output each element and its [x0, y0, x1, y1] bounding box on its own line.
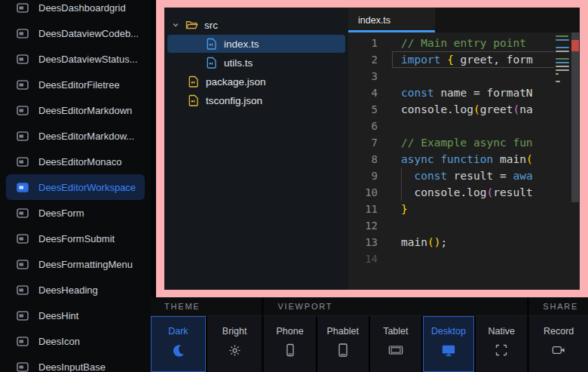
sidebar-item-deesinputbase[interactable]: DeesInputBase: [6, 354, 145, 372]
sidebar-item-deeseditorfiletree[interactable]: DeesEditorFiletree: [6, 72, 145, 97]
code-text: import { greet, form: [392, 51, 580, 68]
sidebar-item-deesformsubmit[interactable]: DeesFormSubmit: [6, 226, 145, 251]
token-plain: na: [519, 103, 532, 115]
story-icon: [17, 337, 29, 346]
sidebar-item-deesformattingmenu[interactable]: DeesFormattingMenu: [6, 251, 145, 277]
token-b1: (: [526, 153, 533, 165]
story-icon: [17, 157, 29, 167]
sidebar-item-label: DeesDataviewStatus...: [38, 54, 138, 65]
sidebar-item-deeseditorworkspace[interactable]: DeesEditorWorkspace: [6, 174, 145, 200]
scrollbar-thumb[interactable]: [571, 32, 579, 202]
moon-icon: [170, 343, 185, 358]
code-line-8[interactable]: 8async function main(: [348, 151, 580, 168]
code-line-9[interactable]: 9 const result = awa: [348, 168, 580, 184]
token-plain: [401, 170, 414, 182]
token-plain: greet: [480, 103, 513, 115]
sidebar-item-label: DeesHeading: [38, 284, 98, 296]
editor-scrollbar[interactable]: [571, 32, 580, 290]
line-number: 13: [348, 234, 392, 251]
button-label: Desktop: [431, 326, 466, 337]
story-icon: [17, 208, 29, 218]
token-plain: main: [401, 236, 427, 248]
sidebar-item-deeseditormarkdow[interactable]: DeesEditorMarkdow...: [6, 123, 145, 149]
code-line-11[interactable]: 11}: [348, 201, 580, 217]
native-button[interactable]: Native: [476, 316, 527, 372]
phablet-button[interactable]: Phablet: [317, 316, 369, 372]
sidebar-item-deeseditormarkdown[interactable]: DeesEditorMarkdown: [6, 97, 145, 123]
code-line-7[interactable]: 7// Example async fun: [348, 134, 580, 151]
minimap-line: [556, 66, 569, 67]
toolbar-section-title: SHARE: [529, 302, 578, 311]
code-line-13[interactable]: 13main();: [348, 234, 580, 251]
line-number: 10: [348, 184, 392, 201]
code-line-2[interactable]: 2import { greet, form: [348, 51, 580, 68]
minimap-line: [556, 47, 569, 48]
token-b1: }: [401, 203, 408, 215]
minimap[interactable]: [554, 35, 571, 88]
story-icon: [17, 362, 29, 372]
file-tree-panel: srcindex.tsutils.tspackage.jsontsconfig.…: [164, 8, 348, 290]
code-line-14[interactable]: 14: [348, 251, 580, 267]
code-text: }: [392, 201, 580, 217]
button-label: Phablet: [327, 326, 359, 337]
token-comment: // Example async fun: [401, 137, 533, 149]
token-plain: result: [493, 186, 532, 198]
desktop-button[interactable]: Desktop: [423, 316, 474, 372]
toolbar-group-theme: DarkBright: [151, 316, 262, 372]
toolbar-section-title: VIEWPORT: [264, 302, 332, 311]
tree-item-utils-ts[interactable]: utils.ts: [167, 54, 345, 72]
code-line-6[interactable]: 6: [348, 118, 580, 134]
sidebar-item-deesdataviewstatus[interactable]: DeesDataviewStatus...: [6, 46, 145, 72]
line-number: 6: [348, 118, 392, 134]
code-line-3[interactable]: 3: [348, 68, 580, 85]
sidebar-item-label: DeesHint: [38, 310, 78, 321]
sidebar-item-deesdashboardgrid[interactable]: DeesDashboardgrid: [6, 0, 145, 20]
token-b1: {: [447, 54, 454, 66]
sidebar-item-deeseditormonaco[interactable]: DeesEditorMonaco: [6, 149, 145, 174]
code-line-4[interactable]: 4const name = formatN: [348, 85, 580, 101]
bright-button[interactable]: Bright: [207, 316, 262, 372]
sidebar-item-deesicon[interactable]: DeesIcon: [6, 328, 145, 354]
component-list: DeesDashboardgridDeesDataviewCodeb...Dee…: [0, 0, 151, 372]
tree-item-label: utils.ts: [224, 57, 253, 69]
code-text: async function main(: [392, 151, 580, 168]
chevron-down-icon[interactable]: [172, 21, 179, 29]
dark-button[interactable]: Dark: [151, 316, 206, 372]
overview-ruler-error-marker: [571, 40, 579, 51]
toolbar-section-theme: THEME: [151, 297, 262, 315]
sidebar-item-deesdataviewcodeb[interactable]: DeesDataviewCodeb...: [6, 20, 145, 46]
tree-item-src[interactable]: src: [167, 16, 345, 34]
button-label: Record: [544, 326, 574, 337]
code-line-10[interactable]: 10 console.log(result: [348, 184, 580, 201]
sidebar-item-label: DeesEditorWorkspace: [38, 182, 136, 193]
code-text: const name = formatN: [392, 85, 580, 101]
button-label: Phone: [276, 326, 303, 337]
code-line-5[interactable]: 5console.log(greet(na: [348, 101, 580, 118]
token-plain: main: [493, 153, 526, 165]
sidebar-item-deeshint[interactable]: DeesHint: [6, 303, 145, 328]
sidebar-item-deesheading[interactable]: DeesHeading: [6, 277, 145, 303]
toolbar-section-title: THEME: [151, 302, 201, 311]
tree-item-package-json[interactable]: package.json: [167, 72, 345, 91]
tablet-icon: [388, 343, 403, 358]
token-b1: (): [427, 236, 440, 248]
sidebar-item-deesform[interactable]: DeesForm: [6, 200, 145, 226]
line-number: 9: [348, 168, 392, 184]
token-plain: console.log: [401, 186, 487, 198]
editor-body[interactable]: 1// Main entry point2import { greet, for…: [348, 32, 580, 290]
story-icon: [17, 54, 29, 64]
tablet-button[interactable]: Tablet: [370, 316, 421, 372]
tree-item-tsconfig-json[interactable]: tsconfig.json: [167, 91, 345, 109]
native-icon: [494, 343, 509, 358]
tree-item-index-ts[interactable]: index.ts: [167, 35, 345, 53]
token-b1: (: [473, 103, 480, 115]
code-line-12[interactable]: 12: [348, 217, 580, 234]
code-line-1[interactable]: 1// Main entry point: [348, 35, 580, 51]
editor-tabbar: index.ts: [348, 8, 580, 32]
story-icon: [17, 285, 29, 295]
code-text: [392, 118, 580, 134]
record-button[interactable]: Record: [529, 316, 588, 372]
editor-tab-index-ts[interactable]: index.ts: [348, 8, 435, 32]
phone-button[interactable]: Phone: [264, 316, 315, 372]
sidebar-item-label: DeesEditorFiletree: [38, 79, 120, 91]
